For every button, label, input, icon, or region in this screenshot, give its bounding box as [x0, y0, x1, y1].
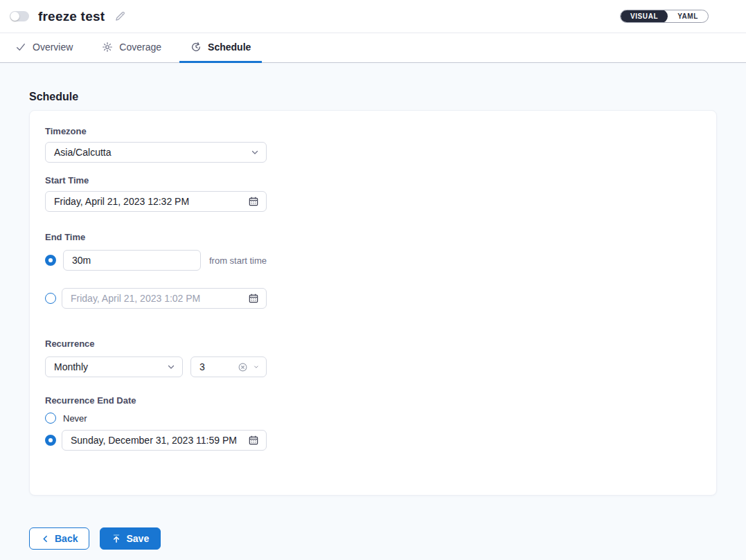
- back-button-label: Back: [55, 533, 78, 544]
- arrow-up-from-line-icon: [112, 534, 121, 543]
- page-title: freeze test: [38, 9, 105, 24]
- recurrence-type-value: Monthly: [54, 361, 167, 372]
- clear-interval-button[interactable]: [238, 362, 248, 372]
- start-time-label: Start Time: [45, 175, 700, 186]
- end-time-date-field: [62, 288, 267, 309]
- back-button[interactable]: Back: [29, 527, 89, 550]
- schedule-form-card: Timezone Asia/Calcutta Start Time End Ti…: [29, 110, 717, 496]
- recurrence-end-date-label: Recurrence End Date: [45, 395, 700, 406]
- recurrence-interval-combobox: [190, 356, 267, 377]
- circle-x-icon: [238, 362, 248, 372]
- chevron-down-icon: [167, 363, 175, 371]
- recurrence-controls: Monthly: [45, 356, 700, 377]
- edit-title-button[interactable]: [114, 10, 126, 22]
- calendar-icon: [248, 435, 259, 446]
- end-time-label: End Time: [45, 232, 700, 242]
- recurrence-end-date-input[interactable]: [71, 435, 248, 446]
- freeze-window-studio: freeze test VISUAL YAML Overview Coverag…: [0, 0, 746, 560]
- tab-label: Overview: [33, 42, 73, 53]
- recurrence-end-date-option: [45, 430, 700, 451]
- check-icon: [15, 42, 26, 53]
- timezone-value: Asia/Calcutta: [54, 147, 251, 158]
- never-label: Never: [63, 413, 87, 424]
- recurrence-never-radio[interactable]: [45, 413, 56, 424]
- timezone-select[interactable]: Asia/Calcutta: [45, 142, 267, 163]
- visual-view-button[interactable]: VISUAL: [621, 10, 668, 23]
- save-button-label: Save: [126, 533, 149, 544]
- recurrence-end-date-radio[interactable]: [45, 435, 56, 446]
- header: freeze test VISUAL YAML: [0, 0, 746, 33]
- start-time-calendar-button[interactable]: [248, 196, 259, 207]
- save-button[interactable]: Save: [100, 527, 161, 550]
- chevron-down-icon: [251, 148, 259, 156]
- end-time-duration-input[interactable]: [72, 255, 193, 266]
- start-time-field: [45, 191, 267, 212]
- recurrence-interval-input[interactable]: [199, 361, 238, 372]
- tab-label: Coverage: [119, 42, 161, 53]
- clock-refresh-icon: [190, 42, 202, 53]
- end-time-date-option: [45, 288, 700, 309]
- tab-schedule[interactable]: Schedule: [179, 33, 262, 63]
- end-time-date-radio[interactable]: [45, 293, 56, 304]
- end-time-calendar-button[interactable]: [248, 293, 259, 304]
- tab-coverage[interactable]: Coverage: [91, 33, 172, 63]
- calendar-icon: [248, 293, 259, 304]
- recurrence-never-option: Never: [45, 413, 700, 424]
- end-time-duration-option: from start time: [45, 250, 700, 271]
- toggle-knob: [10, 12, 19, 21]
- chevron-down-icon[interactable]: [254, 363, 259, 371]
- calendar-icon: [248, 196, 259, 207]
- footer-actions: Back Save: [29, 527, 717, 550]
- visual-yaml-switch: VISUAL YAML: [620, 10, 709, 23]
- start-time-input[interactable]: [54, 196, 248, 207]
- yaml-view-button[interactable]: YAML: [668, 10, 708, 23]
- schedule-heading: Schedule: [29, 91, 717, 103]
- pencil-icon: [114, 10, 126, 22]
- tab-overview[interactable]: Overview: [4, 33, 84, 63]
- freeze-enable-toggle[interactable]: [10, 11, 29, 21]
- recurrence-end-date-field: [62, 430, 267, 451]
- recurrence-end-calendar-button[interactable]: [248, 435, 259, 446]
- tab-bar: Overview Coverage Schedule: [0, 33, 746, 63]
- chevron-left-icon: [41, 534, 50, 543]
- timezone-label: Timezone: [45, 126, 700, 136]
- tab-label: Schedule: [208, 42, 251, 53]
- end-time-date-input[interactable]: [71, 293, 248, 304]
- from-start-time-hint: from start time: [209, 255, 267, 266]
- recurrence-label: Recurrence: [45, 338, 700, 349]
- recurrence-type-select[interactable]: Monthly: [45, 356, 183, 377]
- end-time-duration-radio[interactable]: [45, 255, 56, 266]
- gear-icon: [102, 42, 113, 53]
- schedule-page: Schedule Timezone Asia/Calcutta Start Ti…: [0, 63, 746, 560]
- end-time-duration-field: [63, 250, 201, 271]
